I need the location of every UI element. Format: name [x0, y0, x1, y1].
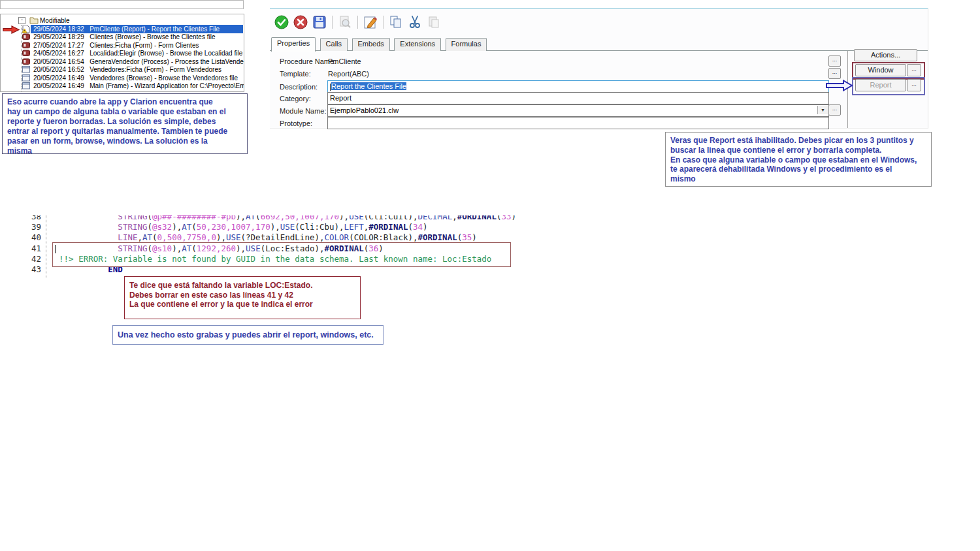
tab-calls[interactable]: Calls	[320, 38, 348, 51]
tree-item-vendedores-ficha[interactable]: 20/05/2024 16:52 Vendedores:Ficha (Form)…	[1, 66, 244, 74]
line-number: 38	[23, 215, 41, 222]
module-name-value: EjemploPablo021.clw	[330, 106, 399, 114]
print-preview-icon[interactable]	[337, 14, 353, 30]
tree-item-clientes-browse[interactable]: 29/05/2024 18:29 Clientes (Browse) - Bro…	[1, 33, 244, 41]
category-value: Report	[330, 94, 351, 102]
module-name-ellipsis-button[interactable]: ...	[828, 104, 841, 116]
template-label: Template:	[280, 70, 311, 78]
tab-properties[interactable]: Properties	[271, 37, 316, 52]
procedure-toolbar	[274, 14, 442, 31]
prototype-input[interactable]	[327, 117, 829, 129]
procedure-icon	[22, 33, 30, 40]
collapse-expander-icon[interactable]: -	[18, 17, 25, 24]
template-ellipsis-button[interactable]: ...	[828, 68, 841, 79]
top-toolbar-strip	[0, 0, 244, 9]
tree-item-label: 29/05/2024 18:29 Clientes (Browse) - Bro…	[33, 33, 215, 40]
tab-formulas[interactable]: Formulas	[446, 38, 487, 51]
description-label: Description:	[280, 83, 318, 91]
line-number: 39	[23, 222, 41, 232]
code-line-39[interactable]: 39 STRING(@s32),AT(50,230,1007,170),USE(…	[23, 222, 532, 232]
red-arrow-icon	[3, 25, 20, 34]
tree-root-label: Modifiable	[40, 17, 70, 24]
annotation-right-box: Veras que Report está ihabilitado. Debes…	[665, 132, 932, 187]
procedure-name-value: PmCliente	[328, 57, 361, 65]
window-icon	[22, 82, 30, 89]
line-number: 40	[23, 232, 41, 243]
error-lines-outline	[52, 242, 511, 267]
cancel-icon[interactable]	[293, 14, 308, 30]
report-highlight-outline	[852, 77, 925, 95]
procedure-name-ellipsis-button[interactable]: ...	[828, 55, 841, 67]
category-label: Category:	[280, 95, 311, 102]
tree-item-vendedores-browse[interactable]: 20/05/2024 16:49 Vendedores (Browse) - B…	[1, 74, 244, 82]
module-name-label: Module Name:	[280, 107, 327, 115]
tree-root-row[interactable]: - Modifiable	[1, 16, 244, 25]
tree-item-generavendedor[interactable]: 20/05/2024 16:54 GeneraVendedor (Process…	[1, 58, 244, 66]
code-text: STRING(@s32),AT(50,230,1007,170),USE(Cli…	[49, 222, 428, 232]
paste-icon[interactable]	[426, 14, 442, 30]
code-text: STRING(@p##-########-#pb),AT(6692,50,100…	[49, 215, 516, 222]
line-number: 42	[23, 254, 41, 264]
description-selected-text: Report the Clientes File	[331, 82, 406, 90]
tree-item-label: 24/05/2024 16:27 Localidad:Elegir (Brows…	[33, 50, 242, 57]
tree-item-label: 20/05/2024 16:49 Vendedores (Browse) - B…	[33, 74, 238, 82]
tree-item-clientes-ficha[interactable]: 27/05/2024 17:27 Clientes:Ficha (Form) -…	[1, 42, 244, 50]
procedure-icon	[22, 42, 30, 49]
window-icon	[22, 74, 30, 82]
code-cursor	[55, 245, 56, 253]
category-input[interactable]: Report	[327, 92, 829, 104]
procedure-icon	[22, 58, 30, 65]
tree-item-label: 20/05/2024 16:52 Vendedores:Ficha (Form)…	[33, 66, 221, 73]
template-value: Report(ABC)	[328, 70, 369, 78]
tree-item-label: 29/05/2024 18:32 PmCliente (Report) - Re…	[33, 25, 220, 33]
line-number: 43	[23, 264, 41, 275]
annotation-error-box: Te dice que está faltando la variable LO…	[124, 276, 361, 319]
actions-button[interactable]: Actions...	[854, 49, 917, 61]
cut-icon[interactable]	[407, 14, 423, 30]
properties-panel: Properties Calls Embeds Extensions Formu…	[270, 8, 928, 129]
annotation-final-box: Una vez hecho esto grabas y puedes abrir…	[112, 325, 384, 345]
report-warning-icon	[22, 25, 30, 33]
save-icon[interactable]	[312, 14, 327, 30]
edit-icon[interactable]	[363, 14, 378, 30]
tree-item-pmcliente[interactable]: 29/05/2024 18:32 PmCliente (Report) - Re…	[1, 25, 244, 33]
module-name-combo[interactable]: EjemploPablo021.clw▼	[327, 104, 829, 117]
line-number: 41	[23, 244, 41, 254]
procedure-icon	[22, 50, 30, 57]
tab-extensions[interactable]: Extensions	[394, 38, 441, 51]
tree-item-label: 27/05/2024 17:27 Clientes:Ficha (Form) -…	[33, 42, 199, 49]
text-caret	[330, 84, 331, 91]
tree-item-localidad-elegir[interactable]: 24/05/2024 16:27 Localidad:Elegir (Brows…	[1, 50, 244, 57]
approve-icon[interactable]	[274, 14, 289, 30]
tab-strip: Properties Calls Embeds Extensions Formu…	[270, 37, 928, 51]
description-input[interactable]: Report the Clientes File	[327, 80, 829, 93]
clarion-ide-screenshot: - Modifiable 29/05/2024 18:32 PmCliente …	[0, 0, 980, 551]
tab-embeds[interactable]: Embeds	[352, 38, 390, 51]
annotation-left-box: Eso acurre cuando abre la app y Clarion …	[2, 93, 248, 154]
chevron-down-icon[interactable]: ▼	[817, 106, 828, 114]
blue-arrow-icon	[826, 80, 853, 91]
copy-icon[interactable]	[388, 14, 404, 30]
window-icon	[22, 66, 30, 73]
code-line-38[interactable]: 38 STRING(@p##-########-#pb),AT(6692,50,…	[23, 215, 532, 222]
tree-item-label: 20/05/2024 16:49 Main (Frame) - Wizard A…	[33, 82, 244, 89]
folder-icon	[29, 17, 39, 24]
procedure-tree-panel[interactable]: - Modifiable 29/05/2024 18:32 PmCliente …	[0, 14, 244, 92]
tree-item-label: 20/05/2024 16:54 GeneraVendedor (Process…	[33, 58, 244, 65]
prototype-label: Prototype:	[280, 119, 312, 127]
tree-item-main-frame[interactable]: 20/05/2024 16:49 Main (Frame) - Wizard A…	[1, 82, 244, 90]
panel-top-accent	[270, 8, 928, 9]
